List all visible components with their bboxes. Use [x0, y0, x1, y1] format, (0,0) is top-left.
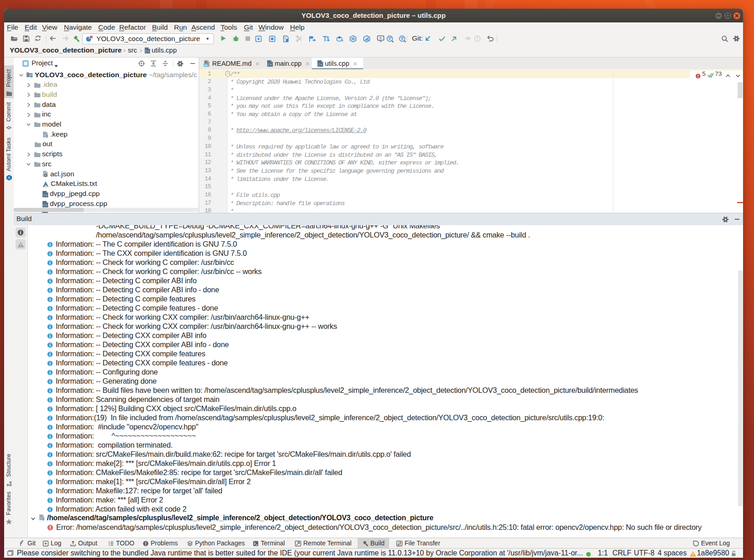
svg-text:MD: MD [204, 64, 207, 67]
svg-text:C: C [268, 63, 270, 67]
svg-text:C: C [43, 193, 45, 197]
svg-text:C: C [145, 50, 148, 53]
svg-text:C: C [318, 63, 320, 67]
svg-text:?: ? [46, 134, 48, 138]
svg-text:C: C [43, 203, 45, 207]
svg-text:?: ? [42, 517, 44, 521]
